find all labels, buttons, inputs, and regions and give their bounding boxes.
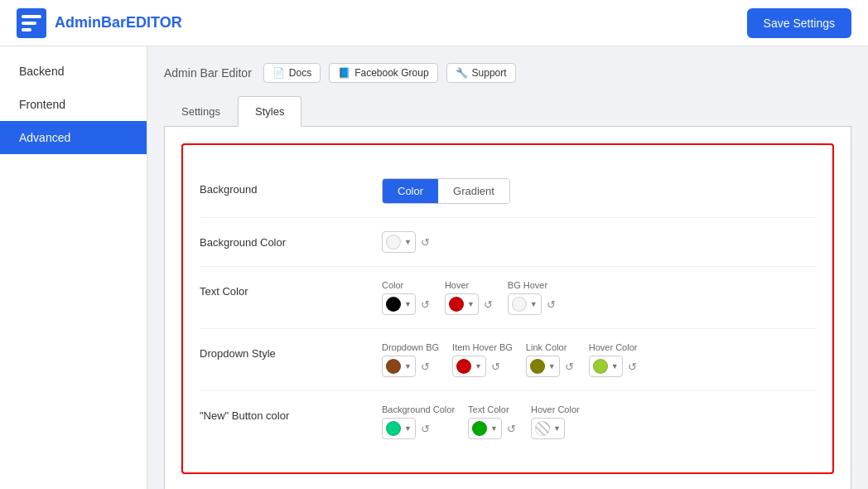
text-color-group-hover: Hover ▼ ↺ xyxy=(445,280,494,315)
new-btn-bg-label: Background Color xyxy=(382,404,455,414)
text-hover-reset-btn[interactable]: ↺ xyxy=(482,297,494,312)
dropdown-bg-group: Dropdown BG ▼ ↺ xyxy=(382,342,439,377)
text-hover-dot xyxy=(449,297,464,312)
dropdown-bg-picker-row: ▼ ↺ xyxy=(382,356,439,377)
background-gradient-toggle[interactable]: Gradient xyxy=(438,179,509,203)
hover-color-reset-btn[interactable]: ↺ xyxy=(626,359,639,375)
background-row: Background Color Gradient xyxy=(200,165,816,218)
new-btn-text-group: Text Color ▼ ↺ xyxy=(468,404,518,439)
sidebar-item-backend[interactable]: Backend xyxy=(0,55,147,88)
new-btn-hover-dot xyxy=(535,421,550,436)
sidebar-item-advanced[interactable]: Advanced xyxy=(0,121,147,154)
text-color-group-color: Color ▼ ↺ xyxy=(382,280,432,315)
new-btn-hover-label: Hover Color xyxy=(531,404,580,414)
background-toggle-group: Color Gradient xyxy=(382,178,510,204)
tabs: Settings Styles xyxy=(164,96,851,127)
bg-color-picker-row: ▼ ↺ xyxy=(382,231,432,253)
text-color-reset-btn[interactable]: ↺ xyxy=(419,297,432,312)
support-link[interactable]: 🔧 Support xyxy=(446,63,516,83)
logo-icon xyxy=(17,8,46,38)
text-color-group-color-label: Color xyxy=(382,280,432,290)
dropdown-style-label: Dropdown Style xyxy=(200,342,382,360)
new-btn-bg-swatch-btn[interactable]: ▼ xyxy=(382,418,416,439)
docs-link[interactable]: 📄 Docs xyxy=(263,63,321,83)
text-color-label: Text Color xyxy=(200,280,382,298)
link-color-dot xyxy=(530,359,545,374)
bg-color-dot xyxy=(386,235,401,249)
text-color-row: Text Color Color ▼ ↺ xyxy=(200,267,816,329)
item-hover-bg-swatch-btn[interactable]: ▼ xyxy=(452,356,486,377)
text-hover-swatch-btn[interactable]: ▼ xyxy=(445,293,479,315)
text-bg-hover-picker-row: ▼ ↺ xyxy=(508,293,557,315)
support-icon: 🔧 xyxy=(456,67,468,79)
text-hover-chevron: ▼ xyxy=(467,300,475,308)
text-bg-hover-dot xyxy=(512,297,527,312)
dropdown-bg-swatch-btn[interactable]: ▼ xyxy=(382,356,416,377)
text-color-controls: Color ▼ ↺ Hover xyxy=(382,280,557,315)
new-btn-bg-reset-btn[interactable]: ↺ xyxy=(419,421,432,437)
page-header-title: Admin Bar Editor xyxy=(164,66,252,80)
new-btn-text-reset-btn[interactable]: ↺ xyxy=(505,421,518,437)
text-bg-hover-swatch-btn[interactable]: ▼ xyxy=(508,293,542,315)
new-btn-text-picker-row: ▼ ↺ xyxy=(468,418,518,439)
new-button-color-label: "New" Button color xyxy=(200,404,382,422)
hover-color-picker-row: ▼ ↺ xyxy=(589,356,639,377)
docs-label: Docs xyxy=(289,67,311,79)
hover-color-dot xyxy=(593,359,608,374)
new-btn-bg-group: Background Color ▼ ↺ xyxy=(382,404,455,439)
item-hover-bg-group: Item Hover BG ▼ ↺ xyxy=(452,342,513,377)
support-label: Support xyxy=(472,67,507,79)
text-color-picker-row: ▼ ↺ xyxy=(382,293,432,315)
hover-color-swatch-btn[interactable]: ▼ xyxy=(589,356,623,377)
link-color-group: Link Color ▼ ↺ xyxy=(526,342,576,377)
docs-icon: 📄 xyxy=(272,67,285,79)
facebook-icon: 📘 xyxy=(338,67,350,79)
new-btn-text-chevron: ▼ xyxy=(490,424,498,433)
new-btn-bg-chevron: ▼ xyxy=(404,424,412,433)
tab-settings[interactable]: Settings xyxy=(164,96,238,126)
background-color-controls: ▼ ↺ xyxy=(382,231,432,253)
link-color-chevron: ▼ xyxy=(548,362,556,370)
dropdown-style-controls: Dropdown BG ▼ ↺ Item Hover BG xyxy=(382,342,639,377)
background-color-toggle[interactable]: Color xyxy=(383,179,438,203)
sidebar-item-frontend[interactable]: Frontend xyxy=(0,88,147,121)
facebook-group-link[interactable]: 📘 Facebook Group xyxy=(329,63,437,83)
dropdown-style-row: Dropdown Style Dropdown BG ▼ ↺ xyxy=(200,329,816,391)
new-btn-text-dot xyxy=(472,421,487,436)
link-color-reset-btn[interactable]: ↺ xyxy=(563,359,576,375)
dropdown-bg-label: Dropdown BG xyxy=(382,342,439,352)
layout: Backend Frontend Advanced Admin Bar Edit… xyxy=(0,46,868,489)
background-label: Background xyxy=(200,178,382,196)
tab-styles[interactable]: Styles xyxy=(238,96,301,127)
hover-color-label: Hover Color xyxy=(589,342,639,352)
background-controls: Color Gradient xyxy=(382,178,510,204)
text-color-swatch-btn[interactable]: ▼ xyxy=(382,293,416,315)
new-btn-bg-dot xyxy=(386,421,401,436)
link-color-label: Link Color xyxy=(526,342,576,352)
background-color-row: Background Color ▼ ↺ xyxy=(200,218,816,267)
save-settings-button[interactable]: Save Settings xyxy=(747,8,851,38)
new-btn-text-swatch-btn[interactable]: ▼ xyxy=(468,418,502,439)
dropdown-bg-reset-btn[interactable]: ↺ xyxy=(419,359,432,375)
text-color-dot xyxy=(386,297,401,312)
styles-panel: Background Color Gradient Background Col… xyxy=(164,127,851,489)
bg-color-swatch-btn[interactable]: ▼ xyxy=(382,231,416,253)
bg-color-reset-btn[interactable]: ↺ xyxy=(419,235,432,250)
settings-section: Background Color Gradient Background Col… xyxy=(181,143,834,474)
text-bg-hover-reset-btn[interactable]: ↺ xyxy=(545,297,557,312)
link-color-picker-row: ▼ ↺ xyxy=(526,356,576,377)
svg-rect-3 xyxy=(22,28,31,31)
bg-color-chevron: ▼ xyxy=(404,238,412,246)
main-content: Admin Bar Editor 📄 Docs 📘 Facebook Group… xyxy=(147,46,868,489)
new-btn-hover-chevron: ▼ xyxy=(553,424,561,433)
svg-rect-2 xyxy=(22,22,36,25)
new-button-color-controls: Background Color ▼ ↺ Text Color xyxy=(382,404,580,439)
text-bg-hover-chevron: ▼ xyxy=(530,300,538,308)
link-color-swatch-btn[interactable]: ▼ xyxy=(526,356,560,377)
facebook-group-label: Facebook Group xyxy=(354,67,428,79)
sidebar: Backend Frontend Advanced xyxy=(0,46,147,489)
new-btn-hover-swatch-btn[interactable]: ▼ xyxy=(531,418,565,439)
dropdown-bg-dot xyxy=(386,359,401,374)
hover-color-group: Hover Color ▼ ↺ xyxy=(589,342,639,377)
item-hover-bg-reset-btn[interactable]: ↺ xyxy=(489,359,502,375)
